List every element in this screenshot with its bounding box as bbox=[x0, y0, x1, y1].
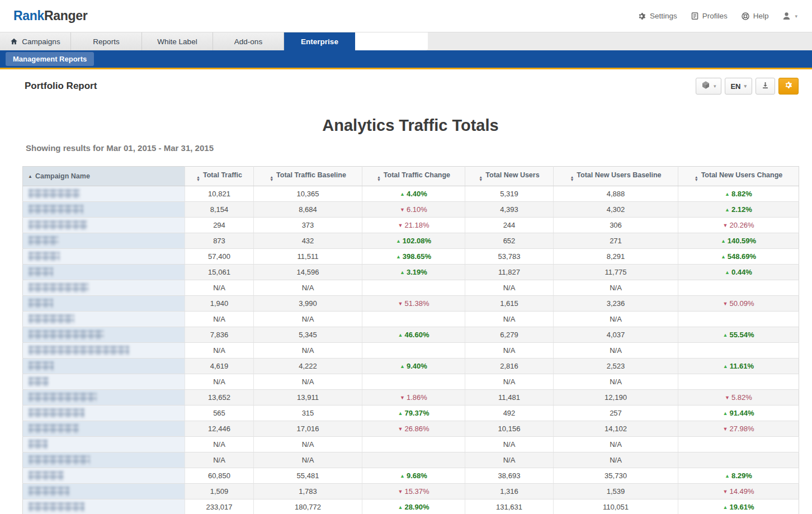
cell-campaign-name[interactable] bbox=[23, 468, 185, 484]
redacted-campaign-name bbox=[29, 299, 53, 308]
column-header-total-traffic-baseline[interactable]: ▲▼Total Traffic Baseline bbox=[254, 167, 362, 186]
cell-total-new-users-baseline: 4,888 bbox=[554, 186, 678, 202]
cell-total-traffic-change bbox=[362, 374, 465, 390]
tab-campaigns[interactable]: Campaigns bbox=[0, 32, 71, 50]
report-settings-button[interactable] bbox=[778, 78, 799, 95]
cell-total-new-users-baseline: 4,037 bbox=[554, 327, 678, 343]
cell-total-new-users: N/A bbox=[465, 343, 554, 359]
cell-total-traffic: 60,850 bbox=[185, 468, 254, 484]
report-table: ▲Campaign Name▲▼Total Traffic▲▼Total Tra… bbox=[22, 166, 799, 514]
cell-total-new-users-baseline: 12,190 bbox=[554, 390, 678, 405]
triangle-up-icon: ▲ bbox=[398, 504, 403, 510]
cell-total-new-users-baseline: 110,051 bbox=[554, 499, 678, 514]
cell-total-traffic: N/A bbox=[185, 452, 254, 468]
cell-total-new-users: 11,481 bbox=[465, 390, 554, 405]
change-value: 8.82% bbox=[731, 190, 752, 198]
cell-total-new-users: N/A bbox=[465, 374, 554, 390]
cell-campaign-name[interactable] bbox=[23, 249, 185, 265]
change-value: 1.86% bbox=[407, 393, 427, 402]
cell-total-traffic: 294 bbox=[185, 218, 254, 233]
rankranger-logo[interactable]: RankRanger bbox=[13, 8, 88, 23]
cell-campaign-name[interactable] bbox=[23, 186, 185, 202]
help-menu-item[interactable]: Help bbox=[741, 12, 769, 21]
cell-total-new-users-baseline: 35,730 bbox=[554, 468, 678, 484]
column-header-total-traffic[interactable]: ▲▼Total Traffic bbox=[185, 167, 254, 186]
cell-total-new-users-baseline: 3,236 bbox=[554, 296, 678, 312]
redacted-campaign-name bbox=[29, 205, 83, 214]
cell-total-new-users-change bbox=[678, 374, 799, 390]
cell-campaign-name[interactable] bbox=[23, 405, 185, 421]
cell-total-new-users-change: ▲548.69% bbox=[678, 249, 799, 265]
cell-campaign-name[interactable] bbox=[23, 343, 185, 359]
cell-total-traffic-baseline: 315 bbox=[254, 405, 362, 421]
download-button[interactable] bbox=[756, 78, 775, 95]
cell-total-traffic: 57,400 bbox=[185, 249, 254, 265]
subnav-item-management-reports[interactable]: Management Reports bbox=[6, 52, 94, 66]
settings-menu-item[interactable]: Settings bbox=[638, 12, 677, 21]
language-select-button[interactable]: EN ▾ bbox=[725, 78, 752, 95]
change-value: 6.10% bbox=[407, 205, 427, 214]
cell-total-new-users: N/A bbox=[465, 437, 554, 452]
cell-total-new-users: 652 bbox=[465, 233, 554, 249]
user-account-menu[interactable]: ▾ bbox=[782, 11, 797, 21]
cell-campaign-name[interactable] bbox=[23, 233, 185, 249]
tab-reports[interactable]: Reports bbox=[71, 32, 142, 50]
cell-total-traffic-baseline: 5,345 bbox=[254, 327, 362, 343]
cell-campaign-name[interactable] bbox=[23, 437, 185, 452]
cell-total-new-users: 1,615 bbox=[465, 296, 554, 312]
triangle-down-icon: ▼ bbox=[400, 395, 405, 400]
cell-campaign-name[interactable] bbox=[23, 280, 185, 296]
cell-campaign-name[interactable] bbox=[23, 484, 185, 499]
triangle-down-icon: ▼ bbox=[725, 395, 730, 400]
change-value: 9.68% bbox=[407, 471, 427, 480]
column-header-campaign-name[interactable]: ▲Campaign Name bbox=[23, 167, 185, 186]
table-row: 12,44617,016▼26.86%10,15614,102▼27.98% bbox=[23, 421, 799, 437]
cell-total-traffic-baseline: 432 bbox=[254, 233, 362, 249]
column-header-total-new-users[interactable]: ▲▼Total New Users bbox=[465, 167, 554, 186]
cell-total-traffic-baseline: 4,222 bbox=[254, 359, 362, 374]
tab-white-label[interactable]: White Label bbox=[142, 32, 213, 50]
cell-campaign-name[interactable] bbox=[23, 374, 185, 390]
language-label: EN bbox=[730, 82, 740, 91]
cell-total-new-users-baseline: N/A bbox=[554, 312, 678, 327]
table-body: 10,82110,365▲4.40%5,3194,888▲8.82%8,1548… bbox=[23, 186, 799, 514]
redacted-campaign-name bbox=[29, 424, 79, 433]
cell-campaign-name[interactable] bbox=[23, 499, 185, 514]
redacted-campaign-name bbox=[29, 502, 84, 512]
triangle-down-icon: ▼ bbox=[400, 207, 405, 213]
widget-menu-button[interactable]: ▾ bbox=[696, 78, 722, 95]
tabs: CampaignsReportsWhite LabelAdd-onsEnterp… bbox=[0, 32, 355, 50]
cell-total-traffic-change: ▲102.08% bbox=[362, 233, 465, 249]
cell-total-traffic: N/A bbox=[185, 343, 254, 359]
profiles-menu-item[interactable]: Profiles bbox=[691, 12, 728, 20]
cell-campaign-name[interactable] bbox=[23, 359, 185, 374]
cell-campaign-name[interactable] bbox=[23, 390, 185, 405]
cell-campaign-name[interactable] bbox=[23, 296, 185, 312]
tab-enterprise[interactable]: Enterprise bbox=[284, 32, 355, 50]
column-header-total-new-users-baseline[interactable]: ▲▼Total New Users Baseline bbox=[554, 167, 678, 186]
help-label: Help bbox=[753, 12, 769, 20]
cell-total-traffic-change: ▼51.38% bbox=[362, 296, 465, 312]
cell-campaign-name[interactable] bbox=[23, 202, 185, 218]
column-header-total-new-users-change[interactable]: ▲▼Total New Users Change bbox=[678, 167, 799, 186]
tab-add-ons[interactable]: Add-ons bbox=[213, 32, 284, 50]
cell-campaign-name[interactable] bbox=[23, 265, 185, 280]
cell-total-new-users-baseline: N/A bbox=[554, 374, 678, 390]
cell-campaign-name[interactable] bbox=[23, 327, 185, 343]
cell-total-new-users: 492 bbox=[465, 405, 554, 421]
table-row: 13,65213,911▼1.86%11,48112,190▼5.82% bbox=[23, 390, 799, 405]
app-header: RankRanger Settings Profiles Help ▾ bbox=[0, 0, 812, 32]
cell-total-traffic: 15,061 bbox=[185, 265, 254, 280]
column-header-total-traffic-change[interactable]: ▲▼Total Traffic Change bbox=[362, 167, 465, 186]
chevron-down-icon: ▾ bbox=[744, 83, 747, 89]
cell-campaign-name[interactable] bbox=[23, 452, 185, 468]
change-value: 398.65% bbox=[403, 252, 431, 261]
table-row: N/AN/AN/AN/A bbox=[23, 437, 799, 452]
cell-total-traffic: 1,940 bbox=[185, 296, 254, 312]
cell-campaign-name[interactable] bbox=[23, 312, 185, 327]
triangle-up-icon: ▲ bbox=[725, 270, 730, 275]
table-row: 1,5091,783▼15.37%1,3161,539▼14.49% bbox=[23, 484, 799, 499]
cell-campaign-name[interactable] bbox=[23, 421, 185, 437]
change-value: 102.08% bbox=[403, 237, 431, 245]
cell-campaign-name[interactable] bbox=[23, 218, 185, 233]
